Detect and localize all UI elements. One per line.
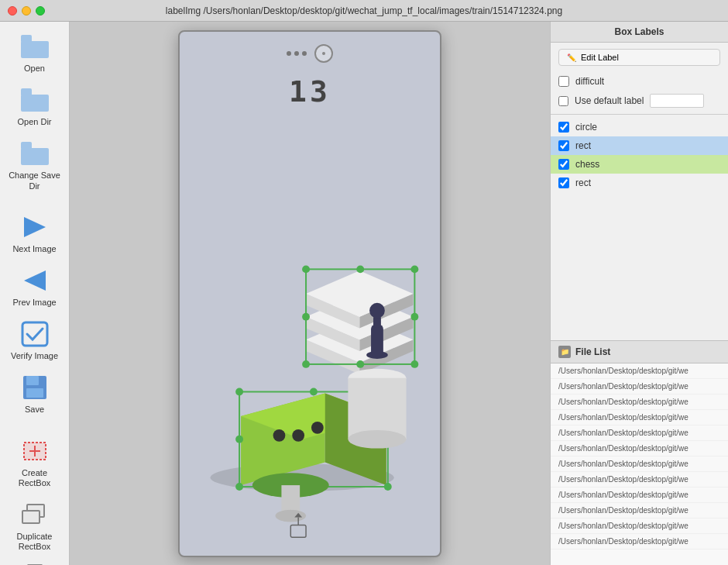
file-list-title: File List (575, 346, 610, 357)
label-chess-checkbox[interactable] (558, 159, 569, 170)
sidebar-item-change-save-dir[interactable]: Change Save Dir (4, 135, 66, 195)
svg-point-43 (235, 388, 243, 395)
label-circle-checkbox[interactable] (558, 122, 569, 133)
file-list[interactable]: /Users/honlan/Desktop/desktop/git/we /Us… (551, 363, 728, 565)
prev-image-icon (21, 267, 49, 295)
labels-divider (551, 114, 728, 115)
svg-point-33 (302, 312, 310, 320)
svg-point-35 (356, 360, 364, 367)
verify-image-icon (21, 320, 49, 348)
sidebar-item-verify-image[interactable]: Verify Image (4, 315, 66, 366)
label-item-circle[interactable]: circle (551, 118, 728, 136)
file-item-1[interactable]: /Users/honlan/Desktop/desktop/git/we (551, 379, 728, 394)
difficult-label: difficult (575, 76, 604, 87)
label-rect2-checkbox[interactable] (558, 177, 569, 188)
open-dir-label: Open Dir (17, 117, 51, 127)
file-item-5[interactable]: /Users/honlan/Desktop/desktop/git/we (551, 441, 728, 456)
svg-rect-3 (21, 88, 32, 96)
label-item-rect1[interactable]: rect (551, 136, 728, 155)
window-title: labelImg /Users/honlan/Desktop/desktop/g… (166, 5, 562, 16)
duplicate-rectbox-icon (21, 501, 49, 529)
next-image-label: Next Image (12, 244, 56, 254)
svg-point-53 (348, 429, 406, 448)
open-folder-icon (21, 33, 49, 60)
svg-point-47 (310, 388, 318, 395)
file-item-6[interactable]: /Users/honlan/Desktop/desktop/git/we (551, 456, 728, 472)
file-item-7[interactable]: /Users/honlan/Desktop/desktop/git/we (551, 472, 728, 487)
svg-point-39 (273, 429, 286, 441)
sidebar-item-open-dir[interactable]: Open Dir (4, 81, 66, 132)
svg-rect-2 (21, 95, 49, 112)
minimize-button[interactable] (22, 6, 31, 16)
file-item-3[interactable]: /Users/honlan/Desktop/desktop/git/we (551, 410, 728, 425)
label-item-chess[interactable]: chess (551, 155, 728, 174)
svg-rect-0 (21, 41, 49, 58)
box-labels-header: Box Labels (551, 22, 728, 43)
maximize-button[interactable] (36, 6, 45, 16)
chevron-area (27, 560, 43, 565)
svg-point-29 (410, 265, 418, 273)
svg-marker-7 (24, 270, 46, 291)
close-button[interactable] (8, 6, 17, 16)
right-panel: Box Labels ✏️ Edit Label difficult Use d… (550, 22, 728, 565)
sidebar-item-duplicate-rectbox[interactable]: Duplicate RectBox (4, 496, 66, 556)
edit-label-button[interactable]: ✏️ Edit Label (558, 49, 720, 66)
file-item-2[interactable]: /Users/honlan/Desktop/desktop/git/we (551, 394, 728, 410)
svg-rect-16 (22, 511, 39, 523)
duplicate-rectbox-label: Duplicate RectBox (7, 532, 63, 552)
label-rect2-text: rect (575, 177, 591, 188)
edit-label-text: Edit Label (581, 53, 619, 62)
use-default-label-text: Use default label (575, 95, 644, 106)
svg-rect-4 (21, 148, 49, 165)
svg-rect-5 (21, 142, 32, 150)
create-rectbox-icon (21, 437, 49, 465)
save-label: Save (25, 405, 44, 415)
game-scene-svg (180, 32, 440, 556)
svg-point-40 (292, 429, 304, 441)
next-image-icon (21, 213, 49, 241)
verify-image-label: Verify Image (11, 351, 58, 361)
save-icon (21, 374, 49, 401)
prev-image-label: Prev Image (12, 298, 56, 308)
svg-point-48 (235, 435, 243, 443)
svg-point-32 (356, 265, 364, 273)
label-item-rect2[interactable]: rect (551, 174, 728, 192)
sidebar-item-next-image[interactable]: Next Image (4, 208, 66, 259)
default-label-input[interactable] (650, 94, 704, 108)
svg-rect-61 (290, 525, 306, 537)
title-bar: labelImg /Users/honlan/Desktop/desktop/g… (0, 0, 728, 22)
use-default-label-row: Use default label (551, 91, 728, 111)
svg-rect-11 (26, 388, 43, 398)
main-layout: Open Open Dir Change Save Dir (0, 22, 728, 565)
file-item-4[interactable]: /Users/honlan/Desktop/desktop/git/we (551, 425, 728, 441)
open-dir-folder-icon (21, 86, 49, 114)
svg-point-46 (384, 483, 392, 491)
svg-point-30 (302, 360, 310, 367)
label-rect1-checkbox[interactable] (558, 140, 569, 151)
create-rectbox-label: Create RectBox (7, 468, 63, 488)
sidebar: Open Open Dir Change Save Dir (0, 22, 70, 565)
sidebar-item-create-rectbox[interactable]: Create RectBox (4, 432, 66, 493)
phone-frame: 13 (178, 30, 441, 557)
label-chess-text: chess (575, 159, 599, 170)
file-item-9[interactable]: /Users/honlan/Desktop/desktop/git/we (551, 503, 728, 518)
use-default-label-checkbox[interactable] (558, 96, 568, 106)
sidebar-item-save[interactable]: Save (4, 369, 66, 419)
difficult-checkbox[interactable] (558, 76, 569, 87)
file-item-10[interactable]: /Users/honlan/Desktop/desktop/git/we (551, 518, 728, 534)
svg-rect-1 (21, 35, 32, 43)
file-item-8[interactable]: /Users/honlan/Desktop/desktop/git/we (551, 487, 728, 503)
svg-rect-55 (371, 324, 383, 357)
svg-point-60 (276, 509, 307, 522)
difficult-row: difficult (551, 72, 728, 91)
file-item-0[interactable]: /Users/honlan/Desktop/desktop/git/we (551, 363, 728, 379)
file-item-11[interactable]: /Users/honlan/Desktop/desktop/git/we (551, 534, 728, 549)
change-save-dir-label: Change Save Dir (7, 171, 63, 191)
svg-point-31 (410, 360, 418, 367)
change-save-dir-folder-icon (21, 140, 49, 167)
edit-label-icon: ✏️ (567, 53, 576, 62)
sidebar-item-prev-image[interactable]: Prev Image (4, 262, 66, 312)
svg-point-45 (235, 483, 243, 491)
sidebar-item-open[interactable]: Open (4, 28, 66, 78)
open-label: Open (24, 64, 45, 74)
